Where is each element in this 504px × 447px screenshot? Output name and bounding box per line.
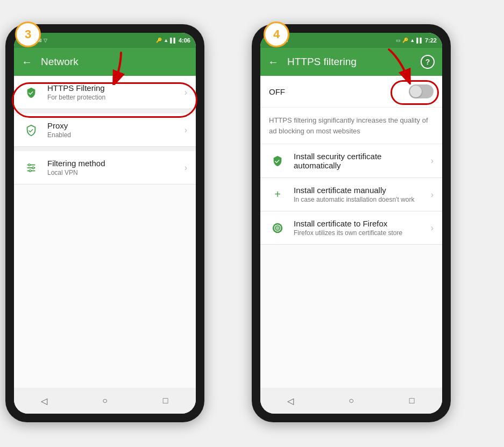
status-icon-wifi: ▲ bbox=[164, 38, 168, 43]
screen-content-4: OFF HTTPS filtering significantly increa… bbox=[260, 76, 442, 388]
proxy-chevron: › bbox=[184, 125, 187, 135]
settings-item-cert-manual[interactable]: + Install certificate manually In case a… bbox=[260, 178, 442, 211]
phone-4: ◎ ⬇ 🛡 ⊡ ▭ 🔑 ▲ ▌▌ 7:22 ← HTTPS filtering … bbox=[252, 24, 451, 422]
nav-recent-4[interactable]: □ bbox=[404, 393, 420, 409]
status-time-4: 7:22 bbox=[425, 37, 437, 44]
nav-bar-4: ◁ ○ □ bbox=[260, 388, 442, 414]
svg-point-3 bbox=[29, 164, 31, 166]
status-icon-4-sig: ▌▌ bbox=[416, 38, 423, 43]
cert-firefox-subtitle: Firefox utilizes its own certificate sto… bbox=[294, 229, 431, 237]
nav-home-4[interactable]: ○ bbox=[343, 393, 359, 409]
https-subtitle: For better protection bbox=[47, 94, 184, 101]
back-button-3[interactable]: ← bbox=[22, 56, 32, 68]
proxy-subtitle: Enabled bbox=[47, 131, 184, 139]
status-bar-3: ⊞ 🛡 ⊡ ⊠ ▽ 🔑 ▲ ▌▌ 4:06 bbox=[14, 33, 196, 48]
divider-2 bbox=[14, 147, 196, 151]
filter-title: Filtering method bbox=[47, 159, 184, 168]
settings-item-filter[interactable]: Filtering method Local VPN › bbox=[14, 151, 196, 185]
phone-3: ⊞ 🛡 ⊡ ⊠ ▽ 🔑 ▲ ▌▌ 4:06 ← Network bbox=[5, 24, 204, 422]
step-4-badge: 4 bbox=[264, 22, 289, 47]
proxy-text: Proxy Enabled bbox=[47, 121, 184, 139]
svg-point-5 bbox=[29, 169, 31, 172]
proxy-title: Proxy bbox=[47, 121, 184, 130]
toggle-switch[interactable] bbox=[409, 84, 434, 98]
filter-text: Filtering method Local VPN bbox=[47, 159, 184, 176]
proxy-icon bbox=[23, 122, 40, 139]
https-description: HTTPS filtering significantly increases … bbox=[260, 108, 442, 144]
cert-firefox-text: Install certificate to Firefox Firefox u… bbox=[294, 219, 431, 237]
https-icon bbox=[23, 84, 40, 101]
nav-back-4[interactable]: ◁ bbox=[282, 393, 299, 409]
settings-item-https[interactable]: HTTPS Filtering For better protection › bbox=[14, 76, 196, 109]
filter-chevron: › bbox=[184, 163, 187, 173]
cert-auto-text: Install security certificate automatical… bbox=[294, 152, 431, 170]
cert-auto-chevron: › bbox=[431, 156, 434, 166]
https-title: HTTPS Filtering bbox=[47, 83, 184, 93]
status-icons-right-3: 🔑 ▲ ▌▌ 4:06 bbox=[156, 37, 190, 44]
phone-3-screen: ⊞ 🛡 ⊡ ⊠ ▽ 🔑 ▲ ▌▌ 4:06 ← Network bbox=[14, 33, 196, 414]
status-icon-key: 🔑 bbox=[156, 38, 162, 43]
nav-bar-3: ◁ ○ □ bbox=[14, 388, 196, 414]
cert-manual-subtitle: In case automatic installation doesn't w… bbox=[294, 196, 431, 203]
status-icon-signal: ▌▌ bbox=[170, 38, 177, 43]
nav-back-3[interactable]: ◁ bbox=[36, 393, 52, 409]
screen-content-3: HTTPS Filtering For better protection › bbox=[14, 76, 196, 388]
cert-manual-chevron: › bbox=[431, 190, 434, 200]
nav-home-3[interactable]: ○ bbox=[97, 393, 113, 409]
cert-manual-icon: + bbox=[269, 186, 286, 203]
page: 3 ⊞ 🛡 ⊡ ⊠ ▽ 🔑 ▲ ▌▌ 4:06 bbox=[0, 0, 504, 447]
https-chevron: › bbox=[184, 88, 187, 97]
app-title-3: Network bbox=[41, 56, 188, 68]
cert-manual-title: Install certificate manually bbox=[294, 186, 431, 195]
settings-item-cert-auto[interactable]: Install security certificate automatical… bbox=[260, 144, 442, 178]
cert-auto-title: Install security certificate automatical… bbox=[294, 152, 431, 170]
phone-4-screen: ◎ ⬇ 🛡 ⊡ ▭ 🔑 ▲ ▌▌ 7:22 ← HTTPS filtering … bbox=[260, 33, 442, 414]
filter-subtitle: Local VPN bbox=[47, 169, 184, 176]
svg-point-4 bbox=[32, 167, 34, 169]
status-icon-5: ▽ bbox=[44, 38, 47, 43]
cert-manual-text: Install certificate manually In case aut… bbox=[294, 186, 431, 203]
step-3-badge: 3 bbox=[15, 22, 41, 47]
off-row: OFF bbox=[260, 76, 442, 108]
https-text: HTTPS Filtering For better protection bbox=[47, 83, 184, 101]
cert-firefox-icon bbox=[269, 219, 286, 237]
status-time-3: 4:06 bbox=[179, 37, 190, 44]
nav-recent-3[interactable]: □ bbox=[158, 393, 174, 409]
toggle-knob bbox=[410, 86, 422, 97]
status-icons-right-4: ▭ 🔑 ▲ ▌▌ 7:22 bbox=[396, 37, 437, 44]
filter-icon bbox=[23, 159, 40, 176]
plus-icon: + bbox=[274, 188, 281, 201]
off-label: OFF bbox=[269, 87, 409, 96]
cert-firefox-title: Install certificate to Firefox bbox=[294, 219, 431, 228]
status-icon-4-bat: ▭ bbox=[396, 38, 401, 43]
divider-1 bbox=[14, 109, 196, 113]
app-title-4: HTTPS filtering bbox=[287, 56, 412, 68]
settings-item-cert-firefox[interactable]: Install certificate to Firefox Firefox u… bbox=[260, 211, 442, 245]
help-button[interactable]: ? bbox=[421, 55, 435, 69]
cert-auto-icon bbox=[269, 152, 286, 169]
back-button-4[interactable]: ← bbox=[268, 56, 279, 68]
cert-firefox-chevron: › bbox=[431, 223, 434, 233]
app-bar-4: ← HTTPS filtering ? bbox=[260, 48, 442, 76]
settings-item-proxy[interactable]: Proxy Enabled › bbox=[14, 113, 196, 147]
status-icon-4-wifi: ▲ bbox=[410, 38, 415, 43]
status-icon-4-key: 🔑 bbox=[402, 38, 408, 43]
app-bar-3: ← Network bbox=[14, 48, 196, 76]
